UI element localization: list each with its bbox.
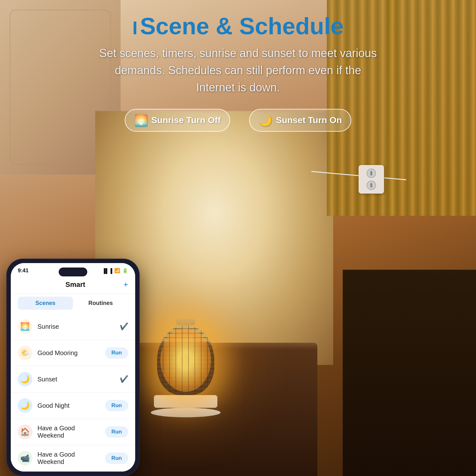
scene-name-sunrise: Sunrise (37, 323, 115, 330)
scene-name-good-weekend-2: Have a Good Weekend (37, 451, 100, 466)
scene-item-good-weekend-2[interactable]: 📹 Have a Good Weekend Run (11, 445, 135, 472)
sunset-badge: 🌙 Sunset Turn On (249, 109, 351, 132)
scene-item-good-mooring[interactable]: 🌤️ Good Mooring Run (11, 340, 135, 366)
badges-row: 🌅 Sunrise Turn Off 🌙 Sunset Turn On (0, 109, 476, 132)
lamp-foot (151, 408, 221, 417)
lamp-cage (157, 325, 214, 395)
phone-mockup: 9:41 ▐▌▐ 📶 🔋 Smart + Scenes Routin (6, 259, 140, 476)
section-number: I (132, 17, 137, 38)
scene-name-good-night: Good Night (37, 402, 100, 409)
scene-item-sunrise[interactable]: 🌅 Sunrise ✔️ (11, 314, 135, 340)
side-panel (343, 270, 476, 476)
lamp-glow (160, 328, 211, 392)
sunrise-badge-icon: 🌅 (134, 114, 148, 127)
app-title: Smart (27, 281, 123, 289)
scene-icon-good-night: 🌙 (18, 398, 32, 413)
status-icons: ▐▌▐ 📶 🔋 (102, 268, 128, 274)
sunrise-badge: 🌅 Sunrise Turn Off (125, 109, 230, 132)
scene-run-good-mooring[interactable]: Run (105, 347, 128, 359)
scene-check-sunrise: ✔️ (120, 322, 128, 331)
sunrise-badge-label: Sunrise Turn Off (151, 115, 221, 125)
scene-icon-sunrise: 🌅 (18, 319, 32, 334)
scene-name-good-mooring: Good Mooring (37, 349, 100, 357)
section-header: IScene & Schedule (0, 13, 476, 40)
scene-name-good-weekend-1: Have a Good Weekend (37, 425, 100, 439)
scene-item-good-night[interactable]: 🌙 Good Night Run (11, 393, 135, 419)
lamp-top (176, 319, 195, 325)
tabs-row: Scenes Routines (11, 294, 135, 314)
scene-name-sunset: Sunset (37, 376, 115, 383)
phone-screen: 9:41 ▐▌▐ 📶 🔋 Smart + Scenes Routin (11, 263, 135, 472)
power-outlet (359, 165, 384, 194)
tab-routines[interactable]: Routines (73, 297, 128, 310)
scene-list: 🌅 Sunrise ✔️ 🌤️ Good Mooring Run 🌙 Sunse… (11, 314, 135, 472)
scene-icon-sunset: 🌙 (18, 372, 32, 387)
tab-scenes[interactable]: Scenes (18, 297, 73, 310)
scene-icon-good-weekend-1: 🏠 (18, 425, 32, 439)
scene-check-sunset: ✔️ (120, 375, 128, 383)
scene-icon-good-mooring: 🌤️ (18, 346, 32, 360)
table-lamp (149, 319, 222, 417)
outlet-hole-top (367, 169, 376, 178)
scene-item-good-weekend-1[interactable]: 🏠 Have a Good Weekend Run (11, 419, 135, 445)
sunset-badge-label: Sunset Turn On (276, 115, 342, 125)
add-button[interactable]: + (123, 280, 128, 289)
outlet-hole-bottom (367, 181, 376, 190)
section-title: Scene & Schedule (140, 13, 344, 39)
scene-run-good-weekend-1[interactable]: Run (105, 426, 128, 438)
lamp-base (154, 395, 217, 408)
sunset-badge-icon: 🌙 (259, 114, 272, 127)
dynamic-island (59, 268, 87, 276)
status-time: 9:41 (18, 268, 29, 274)
section-subtitle: Set scenes, timers, sunrise and sunset t… (95, 45, 381, 96)
battery-icon: 🔋 (122, 268, 128, 274)
scene-item-sunset[interactable]: 🌙 Sunset ✔️ (11, 366, 135, 393)
scene-run-good-night[interactable]: Run (105, 400, 128, 411)
app-header: Smart + (11, 276, 135, 294)
phone-body: 9:41 ▐▌▐ 📶 🔋 Smart + Scenes Routin (6, 259, 140, 476)
signal-icon: ▐▌▐ (102, 268, 112, 274)
wifi-icon: 📶 (114, 268, 120, 274)
scene-run-good-weekend-2[interactable]: Run (105, 453, 128, 464)
content-overlay: IScene & Schedule Set scenes, timers, su… (0, 0, 476, 132)
scene-icon-good-weekend-2: 📹 (18, 451, 32, 466)
